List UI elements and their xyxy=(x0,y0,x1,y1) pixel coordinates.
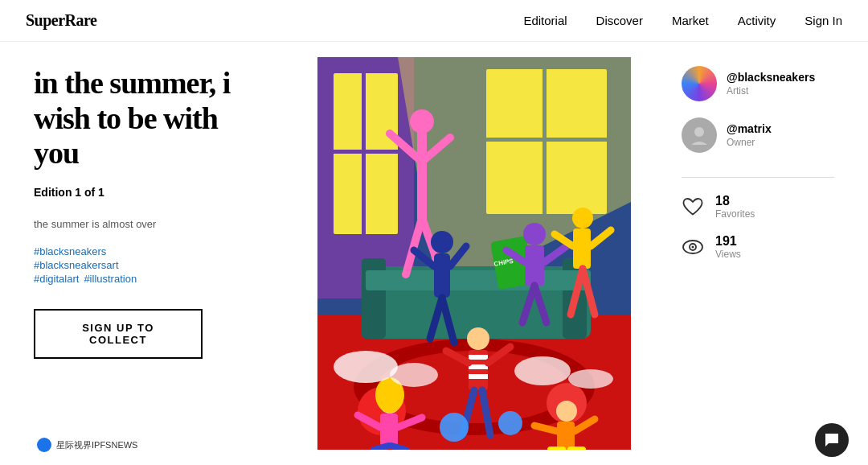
nav-item-activity[interactable]: Activity xyxy=(738,14,776,27)
views-label: Views xyxy=(715,249,741,260)
nav-item-discover[interactable]: Discover xyxy=(596,14,643,27)
svg-point-61 xyxy=(556,401,577,422)
tag-blacksneakersart[interactable]: #blacksneakersart xyxy=(34,259,267,271)
artist-role: Artist xyxy=(727,85,815,97)
artist-username[interactable]: @blacksneakers xyxy=(727,71,815,84)
main-nav: Editorial Discover Market Activity Sign … xyxy=(523,14,842,27)
svg-point-72 xyxy=(498,411,522,435)
heart-icon[interactable] xyxy=(682,195,704,218)
svg-rect-5 xyxy=(334,150,398,154)
stats-section: 18 Favorites 191 Views xyxy=(682,194,834,260)
artwork-frame: CHiPS xyxy=(317,57,631,450)
svg-point-67 xyxy=(334,351,398,383)
svg-point-42 xyxy=(523,223,546,245)
svg-rect-36 xyxy=(469,364,488,369)
artist-avatar xyxy=(682,66,717,101)
nav-item-market[interactable]: Market xyxy=(672,14,709,27)
svg-point-70 xyxy=(568,369,613,389)
artwork-tags: #blacksneakers #blacksneakersart #digita… xyxy=(34,245,267,285)
artwork-description: the summer is almost over xyxy=(34,216,267,232)
owner-role: Owner xyxy=(727,137,772,148)
svg-point-76 xyxy=(692,246,694,249)
tag-blacksneakers[interactable]: #blacksneakers xyxy=(34,245,267,257)
artwork-title: in the summer, i wish to be with you xyxy=(34,66,267,171)
nav-item-editorial[interactable]: Editorial xyxy=(523,14,567,27)
watermark: 星际视界IPFSNEWS xyxy=(26,434,149,455)
svg-point-69 xyxy=(514,356,571,385)
artwork-edition: Edition 1 of 1 xyxy=(34,186,267,199)
artwork-image: CHiPS xyxy=(317,57,631,450)
tag-line: #digitalart #illustration xyxy=(34,273,267,285)
svg-point-48 xyxy=(572,208,593,228)
nav-item-signin[interactable]: Sign In xyxy=(805,14,842,27)
signup-button[interactable]: SIGN UP TO COLLECT xyxy=(34,309,203,359)
svg-rect-62 xyxy=(557,422,575,450)
svg-line-60 xyxy=(391,446,406,450)
left-panel: in the summer, i wish to be with you Edi… xyxy=(26,42,283,465)
svg-rect-28 xyxy=(434,253,450,298)
artist-info: @blacksneakers Artist xyxy=(682,66,834,101)
owner-info: @matrix Owner xyxy=(682,117,834,153)
artwork-container: CHiPS xyxy=(283,42,665,465)
svg-line-59 xyxy=(374,446,388,450)
svg-point-33 xyxy=(467,327,489,350)
watermark-icon xyxy=(37,438,51,452)
views-stat: 191 Views xyxy=(682,234,834,260)
logo[interactable]: SuperRare xyxy=(26,11,96,30)
favorites-label: Favorites xyxy=(715,208,755,220)
chat-icon xyxy=(824,432,840,448)
svg-point-71 xyxy=(440,413,469,442)
favorites-details: 18 Favorites xyxy=(715,194,755,220)
artist-details: @blacksneakers Artist xyxy=(727,71,815,97)
owner-avatar-icon xyxy=(688,124,710,146)
views-count: 191 xyxy=(715,234,741,249)
views-details: 191 Views xyxy=(715,234,741,260)
svg-point-73 xyxy=(694,127,704,137)
chat-bubble[interactable] xyxy=(815,423,849,457)
favorites-stat: 18 Favorites xyxy=(682,194,834,220)
svg-rect-37 xyxy=(469,374,488,379)
svg-rect-43 xyxy=(525,245,544,286)
watermark-text: 星际视界IPFSNEWS xyxy=(56,439,137,451)
svg-rect-18 xyxy=(366,270,591,290)
favorites-count: 18 xyxy=(715,194,755,208)
svg-point-68 xyxy=(390,363,438,387)
owner-username[interactable]: @matrix xyxy=(727,122,772,135)
divider xyxy=(682,177,834,178)
tag-digitalart[interactable]: #digitalart xyxy=(34,273,79,285)
svg-point-27 xyxy=(431,231,453,253)
main-content: in the summer, i wish to be with you Edi… xyxy=(0,42,868,465)
owner-avatar xyxy=(682,117,717,153)
eye-icon xyxy=(682,236,704,258)
owner-details: @matrix Owner xyxy=(727,122,772,148)
svg-rect-35 xyxy=(469,355,488,360)
right-panel: @blacksneakers Artist @matrix Owner xyxy=(665,42,842,465)
tag-illustration[interactable]: #illustration xyxy=(84,273,137,285)
